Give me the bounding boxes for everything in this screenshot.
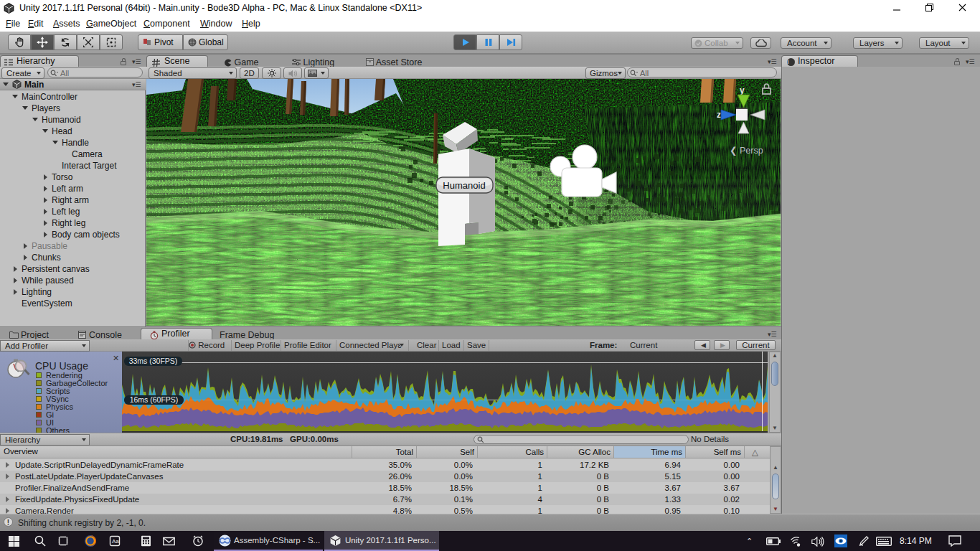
svg-text:y: y bbox=[740, 85, 745, 95]
svg-text:z: z bbox=[717, 110, 721, 120]
svg-text:❮ Persp: ❮ Persp bbox=[730, 146, 763, 156]
svg-text:Aa: Aa bbox=[112, 538, 119, 545]
svg-text:Humanoid: Humanoid bbox=[443, 180, 485, 191]
